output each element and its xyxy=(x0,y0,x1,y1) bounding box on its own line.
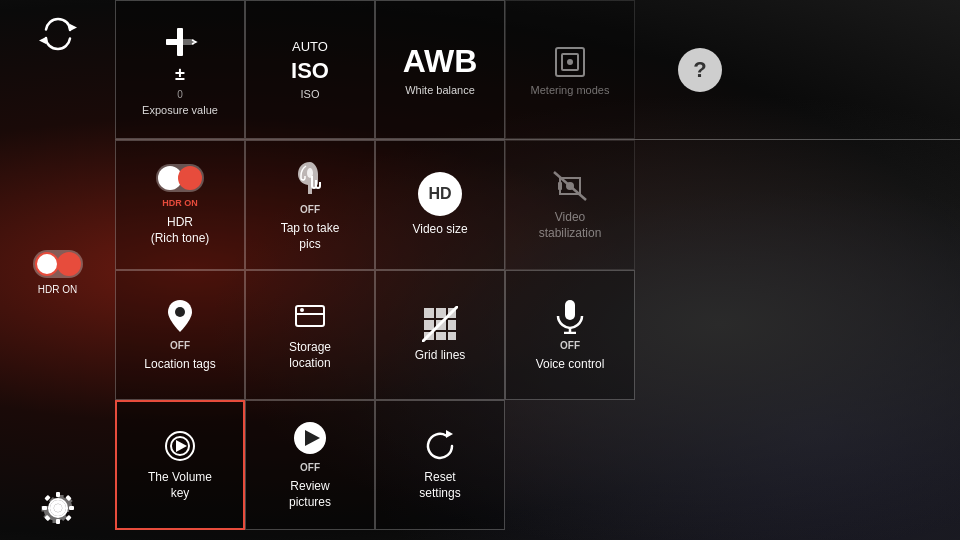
video-stab-cell[interactable]: Videostabilization xyxy=(505,140,635,270)
volume-key-label: The Volumekey xyxy=(148,470,212,501)
white-balance-cell[interactable]: AWB White balance xyxy=(375,0,505,139)
storage-label: Storagelocation xyxy=(289,340,331,371)
video-size-label: Video size xyxy=(412,222,467,238)
svg-rect-6 xyxy=(42,506,47,510)
voice-control-cell[interactable]: OFF Voice control xyxy=(505,270,635,400)
top-settings-row: ± 0 Exposure value AUTO ISO ISO AWB Whit… xyxy=(115,0,960,140)
hd-icon: HD xyxy=(418,172,462,216)
hdr-cell-label: HDR(Rich tone) xyxy=(151,215,210,246)
svg-rect-26 xyxy=(424,308,434,318)
grid-lines-icon xyxy=(422,306,458,342)
voice-control-label: Voice control xyxy=(536,357,605,373)
hdr-on-badge: HDR ON xyxy=(162,198,198,210)
iso-label: ISO xyxy=(301,88,320,100)
svg-rect-34 xyxy=(448,332,456,340)
grid-lines-label: Grid lines xyxy=(415,348,466,364)
svg-rect-5 xyxy=(56,519,60,524)
svg-point-20 xyxy=(566,182,574,190)
svg-rect-7 xyxy=(69,506,74,510)
location-off-badge: OFF xyxy=(170,340,190,351)
hdr-cell[interactable]: HDR ON HDR(Rich tone) xyxy=(115,140,245,270)
hdr-toggle-sidebar[interactable]: HDR ON xyxy=(33,250,83,295)
svg-rect-4 xyxy=(56,492,60,497)
white-balance-label: White balance xyxy=(405,84,475,96)
review-pictures-label: Reviewpictures xyxy=(289,479,331,510)
metering-label: Metering modes xyxy=(531,84,610,96)
exposure-sub: 0 xyxy=(177,89,183,100)
storage-location-cell[interactable]: Storagelocation xyxy=(245,270,375,400)
tap-to-take-cell[interactable]: OFF Tap to takepics xyxy=(245,140,375,270)
metering-modes-cell[interactable]: Metering modes xyxy=(505,0,635,139)
svg-point-17 xyxy=(567,59,573,65)
settings-grid: HDR ON HDR(Rich tone) OFF Tap to takepic… xyxy=(115,140,960,530)
grid-lines-cell[interactable]: Grid lines xyxy=(375,270,505,400)
review-off-badge: OFF xyxy=(300,462,320,473)
camera-switch-button[interactable] xyxy=(34,10,82,58)
settings-button[interactable] xyxy=(36,486,80,530)
location-tags-label: Location tags xyxy=(144,357,215,373)
help-button-cell[interactable]: ? xyxy=(635,0,765,139)
help-icon: ? xyxy=(678,48,722,92)
tap-to-take-label: Tap to takepics xyxy=(281,221,340,252)
volume-key-cell[interactable]: The Volumekey xyxy=(115,400,245,530)
svg-rect-21 xyxy=(558,182,562,190)
svg-point-3 xyxy=(54,504,62,512)
reset-settings-cell[interactable]: Resetsettings xyxy=(375,400,505,530)
review-pictures-cell[interactable]: OFF Reviewpictures xyxy=(245,400,375,530)
iso-auto-label: AUTO xyxy=(292,39,328,54)
hdr-label: HDR ON xyxy=(38,284,77,295)
svg-marker-0 xyxy=(70,24,77,31)
svg-rect-14 xyxy=(166,39,178,45)
svg-rect-29 xyxy=(424,320,434,330)
awb-value: AWB xyxy=(403,43,478,80)
iso-value: ISO xyxy=(291,58,329,84)
hdr-toggle xyxy=(156,164,204,192)
voice-off-badge: OFF xyxy=(560,340,580,351)
svg-rect-11 xyxy=(65,515,71,521)
camera-overlay: HDR ON xyxy=(0,0,960,540)
empty-cell-r2c5 xyxy=(635,270,765,400)
svg-marker-1 xyxy=(39,37,46,44)
empty-cell-r3c5 xyxy=(635,400,765,530)
svg-point-22 xyxy=(175,307,185,317)
svg-rect-36 xyxy=(565,300,575,320)
exposure-value-cell[interactable]: ± 0 Exposure value xyxy=(115,0,245,139)
video-size-cell[interactable]: HD Video size xyxy=(375,140,505,270)
empty-cell-r1c5 xyxy=(635,140,765,270)
svg-point-25 xyxy=(300,308,304,312)
tap-off-badge: OFF xyxy=(300,204,320,215)
svg-rect-27 xyxy=(436,308,446,318)
iso-cell[interactable]: AUTO ISO ISO xyxy=(245,0,375,139)
left-sidebar: HDR ON xyxy=(0,0,115,540)
location-tags-cell[interactable]: OFF Location tags xyxy=(115,270,245,400)
svg-rect-31 xyxy=(448,320,456,330)
svg-marker-43 xyxy=(446,430,453,438)
reset-settings-label: Resetsettings xyxy=(419,470,460,501)
empty-cell-r3c4 xyxy=(505,400,635,530)
svg-rect-33 xyxy=(436,332,446,340)
exposure-label: Exposure value xyxy=(142,104,218,116)
svg-rect-23 xyxy=(296,306,324,326)
main-grid: ± 0 Exposure value AUTO ISO ISO AWB Whit… xyxy=(115,0,960,540)
exposure-symbol: ± xyxy=(175,64,185,85)
video-stab-label: Videostabilization xyxy=(539,210,602,241)
